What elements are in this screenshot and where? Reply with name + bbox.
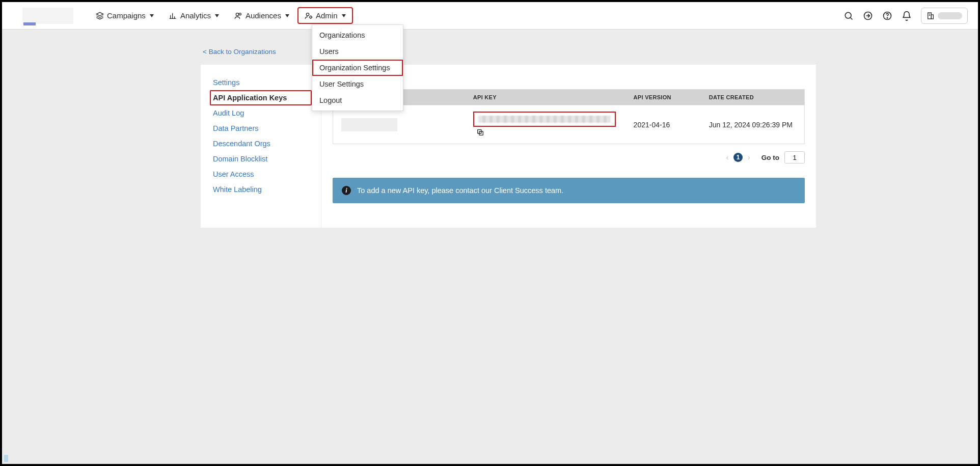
- settings-sidebar: Settings API Application Keys Audit Log …: [201, 65, 321, 228]
- sidebar-settings[interactable]: Settings: [210, 75, 312, 90]
- col-api-version: API VERSION: [625, 90, 701, 105]
- svg-point-8: [310, 16, 312, 18]
- info-banner: i To add a new API key, please contact o…: [333, 178, 805, 203]
- goto-label: Go to: [761, 154, 779, 161]
- nav-admin[interactable]: Admin: [297, 7, 353, 24]
- page-body: < Back to Organizations Settings API App…: [2, 30, 978, 228]
- building-icon: [927, 12, 935, 20]
- topbar-right: [843, 8, 968, 24]
- back-to-organizations-link[interactable]: < Back to Organizations: [203, 48, 276, 56]
- col-api-key: API KEY: [465, 90, 625, 105]
- next-page[interactable]: ›: [748, 153, 750, 161]
- api-key-value: [473, 112, 616, 127]
- nav-analytics[interactable]: Analytics: [162, 7, 226, 24]
- status-bar-url: [4, 455, 8, 462]
- org-selector[interactable]: [921, 8, 968, 24]
- info-banner-text: To add a new API key, please contact our…: [357, 186, 563, 195]
- sidebar-user-access[interactable]: User Access: [210, 167, 312, 182]
- sidebar-white-labeling[interactable]: White Labeling: [210, 182, 312, 197]
- api-keys-table: NAME API KEY API VERSION DATE CREATED: [333, 89, 805, 144]
- nav-analytics-label: Analytics: [180, 11, 211, 20]
- prev-page[interactable]: ‹: [726, 153, 728, 161]
- admin-icon: [305, 12, 313, 20]
- svg-marker-0: [96, 12, 103, 16]
- sidebar-api-application-keys[interactable]: API Application Keys: [210, 90, 312, 105]
- svg-point-9: [845, 12, 851, 18]
- name-redacted: [341, 118, 397, 131]
- table-row: 2021-04-16 Jun 12, 2024 09:26:39 PM: [333, 105, 805, 144]
- svg-point-5: [236, 13, 238, 15]
- sidebar-domain-blocklist[interactable]: Domain Blocklist: [210, 151, 312, 167]
- svg-point-6: [239, 13, 241, 15]
- search-icon[interactable]: [843, 11, 854, 21]
- chevron-down-icon: [215, 14, 219, 17]
- svg-rect-16: [931, 15, 933, 19]
- menu-users[interactable]: Users: [312, 43, 403, 60]
- nav-campaigns[interactable]: Campaigns: [89, 7, 161, 24]
- goto-page-input[interactable]: [784, 151, 805, 163]
- current-page[interactable]: 1: [733, 153, 743, 162]
- menu-organization-settings[interactable]: Organization Settings: [312, 60, 403, 76]
- nav-audiences[interactable]: Audiences: [227, 7, 296, 24]
- admin-dropdown: Organizations Users Organization Setting…: [312, 24, 403, 111]
- copy-icon[interactable]: [476, 128, 485, 138]
- org-name-redacted: [938, 12, 962, 19]
- nav-campaigns-label: Campaigns: [107, 11, 146, 20]
- menu-organizations[interactable]: Organizations: [312, 27, 403, 43]
- chevron-down-icon: [342, 14, 346, 17]
- sidebar-audit-log[interactable]: Audit Log: [210, 105, 312, 121]
- menu-logout[interactable]: Logout: [312, 92, 403, 108]
- nav-audiences-label: Audiences: [246, 11, 281, 20]
- bar-chart-icon: [169, 12, 177, 20]
- pagination: ‹ 1 › Go to: [333, 151, 805, 163]
- info-icon: i: [342, 186, 351, 195]
- nav-items: Campaigns Analytics Audiences Admin: [89, 7, 353, 24]
- col-date-created: DATE CREATED: [701, 90, 805, 105]
- sidebar-data-partners[interactable]: Data Partners: [210, 121, 312, 136]
- arrow-circle-icon[interactable]: [863, 11, 873, 21]
- svg-point-14: [887, 17, 887, 18]
- cell-date-created: Jun 12, 2024 09:26:39 PM: [701, 105, 805, 144]
- bell-icon[interactable]: [902, 11, 912, 21]
- logo[interactable]: [22, 8, 73, 24]
- users-icon: [234, 12, 242, 20]
- chevron-down-icon: [150, 14, 154, 17]
- api-key-redacted: [478, 116, 611, 123]
- sidebar-descendant-orgs[interactable]: Descendant Orgs: [210, 136, 312, 151]
- layers-icon: [96, 12, 104, 20]
- menu-user-settings[interactable]: User Settings: [312, 76, 403, 92]
- nav-admin-label: Admin: [316, 11, 338, 20]
- top-navigation: Campaigns Analytics Audiences Admin: [2, 2, 978, 30]
- svg-line-10: [851, 17, 853, 19]
- svg-point-7: [306, 13, 309, 15]
- chevron-down-icon: [285, 14, 289, 17]
- cell-api-version: 2021-04-16: [625, 105, 701, 144]
- cell-api-key: [465, 105, 625, 144]
- help-icon[interactable]: [882, 11, 892, 21]
